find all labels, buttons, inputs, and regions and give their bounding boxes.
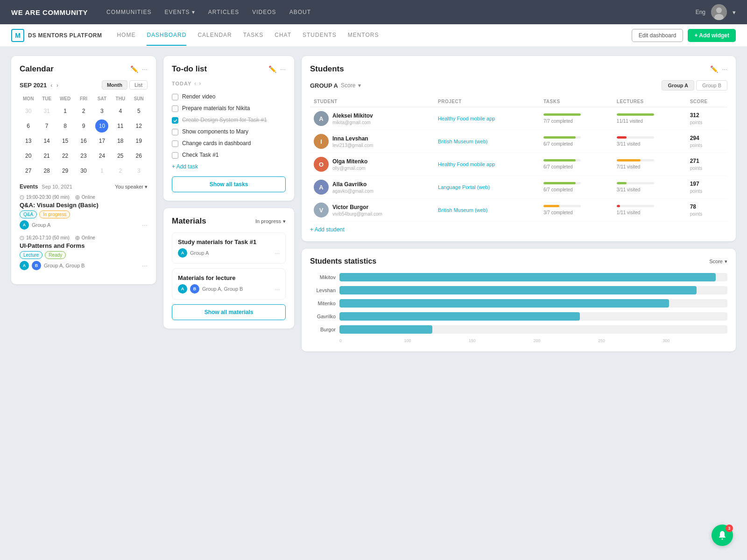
subnav-students[interactable]: STUDENTS [303, 25, 337, 46]
cal-day[interactable]: 8 [59, 119, 72, 133]
show-all-materials-button[interactable]: Show all materials [172, 304, 286, 320]
cal-day[interactable]: 23 [77, 149, 90, 162]
calendar-list-view[interactable]: List [129, 80, 148, 90]
todo-next-arrow[interactable]: › [199, 80, 201, 87]
calendar-prev-button[interactable]: ‹ [50, 82, 52, 89]
calendar-next-button[interactable]: › [56, 82, 58, 89]
nav-articles[interactable]: ARTICLES [208, 9, 239, 15]
show-all-tasks-button[interactable]: Show all tasks [172, 176, 286, 192]
cal-day[interactable]: 11 [114, 119, 127, 133]
group-tab-b[interactable]: Group B [696, 80, 727, 91]
notification-button[interactable]: 3 [712, 525, 733, 546]
cal-day[interactable]: 7 [40, 119, 53, 133]
students-edit-icon[interactable]: ✏️ [710, 65, 718, 73]
student-project[interactable]: British Museum (web) [438, 207, 487, 213]
todo-checkbox[interactable] [172, 94, 178, 100]
cal-day[interactable]: 16 [77, 134, 90, 147]
cal-day[interactable]: 25 [114, 149, 127, 162]
material-more-icon[interactable]: ··· [275, 286, 280, 293]
score-dropdown-icon[interactable]: ▾ [358, 83, 361, 89]
edit-dashboard-button[interactable]: Edit dashboard [632, 29, 684, 42]
cal-day[interactable]: 18 [114, 134, 127, 147]
add-widget-button[interactable]: + Add widget [688, 29, 736, 42]
cal-day[interactable]: 24 [95, 149, 108, 162]
cal-day[interactable]: 22 [59, 149, 72, 162]
nav-about[interactable]: ABOUT [289, 9, 311, 15]
day-header-wed: WED [56, 94, 74, 103]
cal-day[interactable]: 9 [77, 119, 90, 133]
todo-checkbox[interactable] [172, 152, 178, 159]
todo-more-icon[interactable]: ··· [280, 65, 286, 73]
cal-day[interactable]: 2 [114, 164, 127, 177]
calendar-more-icon[interactable]: ··· [142, 65, 148, 73]
cal-day[interactable]: 1 [59, 105, 72, 118]
cal-day[interactable]: 3 [132, 164, 145, 177]
language-selector[interactable]: Eng [696, 9, 705, 15]
todo-checkbox[interactable] [172, 105, 178, 112]
cal-day[interactable]: 17 [95, 134, 108, 147]
subnav-mentors[interactable]: MENTORS [348, 25, 379, 46]
group-tab-a[interactable]: Group A [662, 80, 694, 91]
nav-events[interactable]: EVENTS [164, 9, 195, 15]
todo-prev-arrow[interactable]: ‹ [194, 80, 196, 87]
cal-day-today[interactable]: 10 [95, 119, 108, 133]
cal-day[interactable]: 15 [59, 134, 72, 147]
cal-day[interactable]: 29 [59, 164, 72, 177]
cal-day[interactable]: 26 [132, 149, 145, 162]
subnav-chat[interactable]: CHAT [275, 25, 291, 46]
cal-day[interactable]: 5 [132, 105, 145, 118]
add-student-button[interactable]: + Add student [310, 226, 727, 233]
nav-videos[interactable]: VIDEOS [252, 9, 276, 15]
tasks-stat: 6/7 completed [543, 141, 573, 147]
calendar-edit-icon[interactable]: ✏️ [130, 65, 138, 73]
todo-edit-icon[interactable]: ✏️ [268, 65, 276, 73]
cal-day[interactable]: 12 [132, 119, 145, 133]
cal-day[interactable]: 4 [114, 105, 127, 118]
cal-day[interactable]: 27 [22, 164, 35, 177]
subnav-dashboard[interactable]: DASHBOARD [147, 25, 186, 46]
cal-day[interactable]: 13 [22, 134, 35, 147]
cal-day[interactable]: 30 [22, 105, 35, 118]
sub-navigation: M DS MENTORS PLATFORM HOME DASHBOARD CAL… [0, 24, 747, 47]
cal-day[interactable]: 30 [77, 164, 90, 177]
event-dots[interactable]: ··· [142, 262, 148, 269]
user-avatar[interactable] [711, 4, 727, 20]
event-dots[interactable]: ··· [142, 221, 148, 229]
cal-day[interactable]: 14 [40, 134, 53, 147]
todo-checkbox-checked[interactable] [172, 117, 178, 124]
top-nav-right: Eng ▾ [696, 4, 736, 20]
calendar-month-view[interactable]: Month [102, 80, 127, 90]
cal-day[interactable]: 28 [40, 164, 53, 177]
todo-checkbox[interactable] [172, 129, 178, 135]
events-filter[interactable]: You speaker ▾ [115, 184, 148, 190]
student-project[interactable]: British Museum (web) [438, 139, 487, 144]
cal-day[interactable]: 6 [22, 119, 35, 133]
statistics-filter[interactable]: Score ▾ [709, 259, 727, 265]
subnav-home[interactable]: HOME [117, 25, 135, 46]
cal-day[interactable]: 1 [95, 164, 108, 177]
cal-day[interactable]: 2 [77, 105, 90, 118]
cal-day[interactable]: 21 [40, 149, 53, 162]
cal-day[interactable]: 31 [40, 105, 53, 118]
students-actions: ✏️ ··· [710, 65, 727, 73]
todo-checkbox[interactable] [172, 140, 178, 147]
day-header-sat: SAT [93, 94, 111, 103]
cal-day[interactable]: 3 [95, 105, 108, 118]
nav-communities[interactable]: CoMMunItIeS [106, 9, 151, 15]
subnav-calendar[interactable]: CALENDAR [197, 25, 232, 46]
add-task-button[interactable]: + Add task [172, 163, 286, 170]
material-more-icon[interactable]: ··· [275, 250, 280, 257]
students-table: STUDENT PROJECT TASKS LECTURES SCORE A A… [310, 96, 727, 222]
material-group-badge: A [178, 248, 187, 258]
student-project[interactable]: Language Portal (web) [438, 184, 490, 190]
materials-filter[interactable]: In progress ▾ [255, 218, 286, 224]
cal-day[interactable]: 19 [132, 134, 145, 147]
events-label: Events [20, 183, 38, 190]
student-project[interactable]: Healthy Food mobile app [438, 161, 495, 167]
subnav-tasks[interactable]: TASKS [243, 25, 263, 46]
cal-day[interactable]: 20 [22, 149, 35, 162]
students-more-icon[interactable]: ··· [722, 65, 727, 73]
student-project[interactable]: Healthy Food mobile app [438, 116, 495, 121]
event-tags: Q&A In progress [20, 210, 148, 218]
avatar-dropdown-icon[interactable]: ▾ [733, 9, 736, 16]
